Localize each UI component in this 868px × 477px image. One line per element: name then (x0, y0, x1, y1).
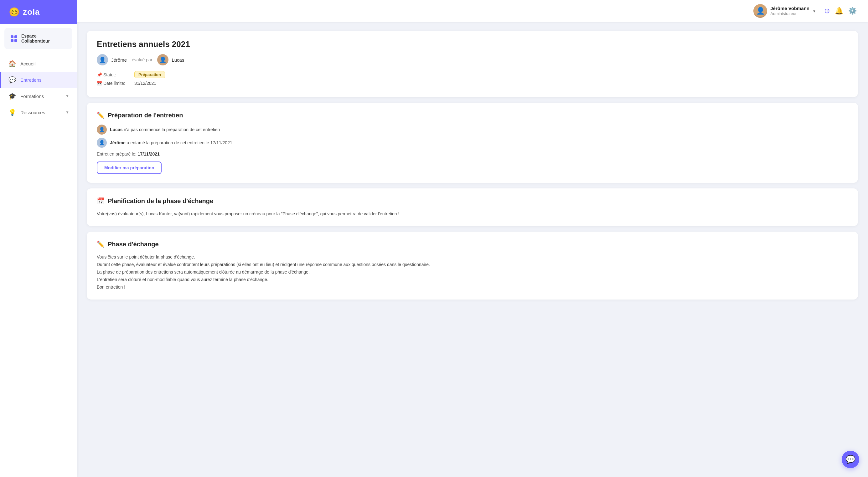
avatar: 👤 (753, 4, 767, 18)
graduation-icon: 🎓 (8, 92, 16, 100)
workspace-item[interactable]: Espace Collaborateur (4, 28, 72, 49)
phase-line: Durant cette phase, évaluateur et évalué… (97, 262, 430, 267)
home-icon: 🏠 (8, 60, 16, 67)
header: 👤 Jérôme Vobmann Administrateur ▾ ⊕ 🔔 ⚙️ (77, 0, 868, 22)
preparation-title: ✏️ Préparation de l'entretien (97, 112, 848, 119)
user-role: Administrateur (770, 11, 809, 17)
evalue-par-label: évalué par (132, 57, 152, 62)
sidebar-item-label-entretiens: Entretiens (20, 77, 42, 83)
phase-echange-title: ✏️ Phase d'échange (97, 241, 848, 248)
avatar-lucas-small: 👤 (97, 125, 107, 135)
bulb-icon: 💡 (8, 108, 16, 116)
lucas-name: Lucas (110, 127, 122, 132)
avatar-jerome: 👤 (97, 54, 108, 65)
planification-text: Votre(vos) évaluateur(s), Lucas Kantor, … (97, 210, 848, 217)
date-label: 📅 Date limite: (97, 81, 131, 86)
entretien-people: 👤 Jérôme évalué par 👤 Lucas (97, 54, 848, 65)
logo-icon: 😊 (9, 7, 20, 17)
sidebar: 😊 zola Espace Collaborateur 🏠 Accueil 💬 … (0, 0, 77, 477)
logo-text: zola (23, 7, 40, 17)
pencil2-icon: ✏️ (97, 241, 104, 248)
phase-line: La phase de préparation des entretiens s… (97, 269, 310, 275)
sidebar-item-label-accueil: Accueil (20, 61, 35, 66)
planification-card: 📅 Planification de la phase d'échange Vo… (87, 188, 858, 226)
date-value: 31/12/2021 (134, 81, 156, 86)
person2-name: Lucas (172, 57, 184, 63)
avatar-lucas: 👤 (157, 54, 168, 65)
chat-bubble-button[interactable]: 💬 (842, 451, 859, 468)
jerome-name: Jérôme (110, 140, 126, 145)
statut-row: 📌 Statut: Préparation (97, 71, 848, 78)
chat-bubble-icon: 💬 (845, 455, 856, 465)
statut-label: 📌 Statut: (97, 72, 131, 77)
chat-icon: 💬 (8, 76, 16, 84)
status-badge: Préparation (134, 71, 165, 78)
workspace-label: Espace Collaborateur (21, 33, 66, 43)
phase-echange-card: ✏️ Phase d'échange Vous êtes sur le poin… (87, 232, 858, 299)
phase-line: L'entretien sera clôturé et non-modifiab… (97, 277, 268, 282)
phase-line: Bon entretien ! (97, 285, 125, 289)
bell-icon[interactable]: 🔔 (835, 7, 843, 15)
preparation-card: ✏️ Préparation de l'entretien 👤 Lucas n'… (87, 103, 858, 183)
user-info: Jérôme Vobmann Administrateur (770, 5, 809, 17)
sidebar-item-accueil[interactable]: 🏠 Accueil (0, 55, 77, 72)
sidebar-logo[interactable]: 😊 zola (0, 0, 77, 24)
lucas-prep-row: 👤 Lucas n'a pas commencé la préparation … (97, 125, 848, 135)
user-name: Jérôme Vobmann (770, 5, 809, 11)
person1-name: Jérôme (111, 57, 127, 63)
entretien-info-card: Entretiens annuels 2021 👤 Jérôme évalué … (87, 31, 858, 97)
lucas-prep-text: n'a pas commencé la préparation de cet e… (124, 127, 220, 132)
workspace-grid-icon (11, 35, 18, 42)
calendar-icon: 📅 (97, 197, 104, 205)
chevron-down-icon: ▼ (65, 94, 69, 98)
content-area: Entretiens annuels 2021 👤 Jérôme évalué … (77, 22, 868, 477)
prep-date-value: 17/11/2021 (138, 152, 160, 157)
prep-date-row: Entretien préparé le: 17/11/2021 (97, 152, 848, 157)
phase-echange-text: Vous êtes sur le point débuter la phase … (97, 254, 848, 291)
sidebar-item-ressources[interactable]: 💡 Ressources ▼ (0, 104, 77, 121)
entretien-title: Entretiens annuels 2021 (97, 39, 848, 49)
user-dropdown-chevron[interactable]: ▾ (813, 9, 815, 13)
jerome-prep-row: 👤 Jérôme a entamé la préparation de cet … (97, 138, 848, 148)
date-row: 📅 Date limite: 31/12/2021 (97, 81, 848, 86)
header-icons: ⊕ 🔔 ⚙️ (824, 7, 857, 15)
main-area: 👤 Jérôme Vobmann Administrateur ▾ ⊕ 🔔 ⚙️… (77, 0, 868, 477)
sidebar-item-formations[interactable]: 🎓 Formations ▼ (0, 88, 77, 104)
chevron-down-icon-ressources: ▼ (65, 110, 69, 115)
statut-emoji: 📌 (97, 72, 102, 77)
gear-icon[interactable]: ⚙️ (848, 7, 857, 15)
modifier-preparation-button[interactable]: Modifier ma préparation (97, 161, 162, 174)
sidebar-item-entretiens[interactable]: 💬 Entretiens (0, 72, 77, 88)
add-circle-icon[interactable]: ⊕ (824, 7, 830, 15)
planification-title: 📅 Planification de la phase d'échange (97, 197, 848, 205)
phase-line: Vous êtes sur le point débuter la phase … (97, 254, 195, 259)
sidebar-item-label-ressources: Ressources (20, 110, 45, 115)
header-user[interactable]: 👤 Jérôme Vobmann Administrateur ▾ (753, 4, 815, 18)
sidebar-item-label-formations: Formations (20, 94, 44, 99)
date-emoji: 📅 (97, 81, 102, 86)
sidebar-nav: 🏠 Accueil 💬 Entretiens 🎓 Formations ▼ 💡 … (0, 53, 77, 477)
pencil-icon: ✏️ (97, 112, 104, 119)
avatar-jerome-small: 👤 (97, 138, 107, 148)
